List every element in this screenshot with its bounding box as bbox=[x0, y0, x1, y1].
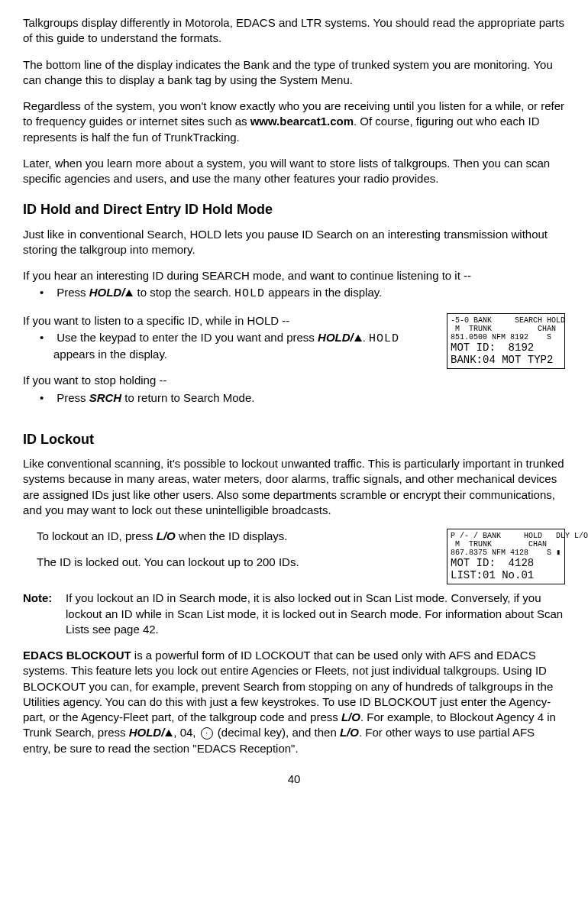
intro-paragraph-4: Later, when you learn more about a syste… bbox=[23, 156, 565, 187]
text: , 04, bbox=[173, 726, 199, 739]
note-body: If you lockout an ID in Search mode, it … bbox=[66, 591, 565, 637]
heading-id-lockout: ID Lockout bbox=[23, 430, 565, 448]
key-label: SRCH bbox=[89, 391, 122, 404]
key-label: L/O bbox=[340, 726, 359, 739]
text: To lockout an ID, press bbox=[37, 529, 157, 542]
page-number: 40 bbox=[23, 772, 565, 787]
up-triangle-icon bbox=[125, 290, 133, 296]
lcd-line-big: BANK:04 MOT TYP2 bbox=[451, 354, 553, 366]
note-label: Note: bbox=[23, 591, 66, 637]
lcd-line: 851.0500 NFM 8192 S bbox=[451, 333, 551, 341]
hold-lead-3: If you want to stop holding -- bbox=[23, 373, 565, 388]
lcd-line: 867.8375 NFM 4128 S ▮ bbox=[451, 549, 561, 557]
intro-paragraph-1: Talkgroups display differently in Motoro… bbox=[23, 15, 565, 47]
lcd-text: HOLD bbox=[369, 332, 399, 345]
lcd-line-big: MOT ID: 4128 bbox=[451, 557, 534, 569]
display-screenshot-1: -5-0 BANK SEARCH HOLD M TRUNK CHAN 851.0… bbox=[447, 313, 565, 369]
intro-paragraph-2: The bottom line of the display indicates… bbox=[23, 57, 565, 89]
hold-list-3: Press SRCH to return to Search Mode. bbox=[23, 390, 565, 406]
text: Use the keypad to enter the ID you want … bbox=[57, 331, 318, 344]
intro-paragraph-3: Regardless of the system, you won't know… bbox=[23, 99, 565, 145]
edacs-paragraph: EDACS BLOCKOUT is a powerful form of ID … bbox=[23, 648, 565, 756]
text: when the ID displays. bbox=[176, 529, 288, 542]
up-triangle-icon bbox=[354, 335, 362, 341]
list-item: Press SRCH to return to Search Mode. bbox=[53, 390, 565, 406]
lcd-line: M TRUNK CHAN bbox=[451, 540, 547, 549]
key-label: HOLD/ bbox=[318, 331, 354, 344]
text: (decimal key), and then bbox=[215, 726, 340, 739]
heading-id-hold: ID Hold and Direct Entry ID Hold Mode bbox=[23, 200, 565, 218]
up-triangle-icon bbox=[165, 730, 173, 736]
hold-lead-1: If you hear an interesting ID during SEA… bbox=[23, 268, 565, 283]
lcd-text: HOLD bbox=[234, 287, 265, 300]
text: Press bbox=[57, 391, 89, 404]
key-label: L/O bbox=[157, 529, 176, 542]
decimal-key-icon bbox=[201, 727, 213, 740]
lcd-line: -5-0 BANK SEARCH HOLD bbox=[451, 316, 565, 325]
text: appears in the display. bbox=[53, 348, 167, 361]
display-screenshot-2: P /- / BANK HOLD DLY L/O LINE M TRUNK CH… bbox=[447, 529, 565, 584]
edacs-lead: EDACS BLOCKOUT bbox=[23, 649, 131, 662]
lcd-line-big: LIST:01 No.01 bbox=[451, 569, 534, 581]
text: to return to Search Mode. bbox=[121, 391, 254, 404]
text: Press bbox=[57, 286, 89, 299]
note-block: Note: If you lockout an ID in Search mod… bbox=[23, 591, 565, 637]
list-item: Press HOLD/ to stop the search. HOLD app… bbox=[53, 285, 565, 302]
key-label: L/O bbox=[341, 710, 360, 723]
lockout-paragraph-1: Like conventional scanning, it's possibl… bbox=[23, 456, 565, 518]
key-label: HOLD/ bbox=[129, 726, 165, 739]
lcd-line: M TRUNK CHAN bbox=[451, 325, 556, 333]
lcd-line-big: MOT ID: 8192 bbox=[451, 341, 534, 354]
lcd-line: P /- / BANK HOLD DLY L/O LINE bbox=[451, 532, 588, 540]
url: www.bearcat1.com bbox=[250, 115, 354, 128]
hold-paragraph-1: Just like in conventional Search, HOLD l… bbox=[23, 227, 565, 258]
key-label: HOLD/ bbox=[89, 286, 125, 299]
text: appears in the display. bbox=[265, 286, 382, 299]
text: to stop the search. bbox=[134, 286, 234, 299]
hold-list-1: Press HOLD/ to stop the search. HOLD app… bbox=[23, 285, 565, 302]
text: . bbox=[363, 331, 369, 344]
